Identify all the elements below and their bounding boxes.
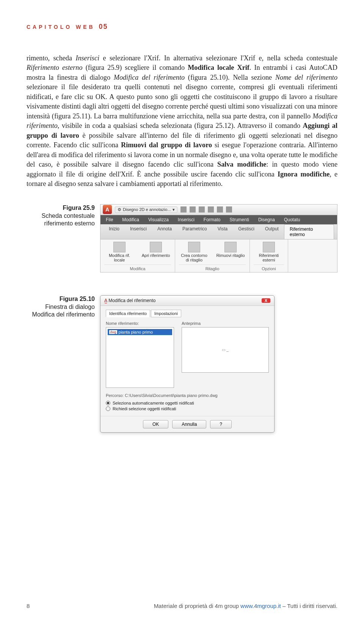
figure-9-caption: Figura 25.9 Scheda contestuale riferimen… xyxy=(27,204,95,228)
ribbon-button[interactable]: Riferimenti esterni xyxy=(254,242,284,262)
panel-title: Ritaglio xyxy=(179,265,246,271)
menu-item[interactable]: Disegna xyxy=(258,217,275,222)
radio-icon-off xyxy=(106,406,110,411)
menu-item[interactable]: Strumenti xyxy=(230,217,249,222)
menu-item[interactable]: Quotatu xyxy=(284,217,300,222)
cancel-button[interactable]: Annulla xyxy=(172,420,206,428)
ribbon-tab[interactable]: Inserisci xyxy=(125,224,152,239)
chapter-number: 05 xyxy=(99,23,108,30)
ribbon-panel: Modifica rif. localeApri riferimentoModi… xyxy=(100,239,175,272)
radio-icon-on xyxy=(106,401,110,405)
workspace-switcher[interactable]: ⚙ Disegno 2D e annotazio... ▾ xyxy=(115,206,177,213)
body-paragraph: rimento, scheda Inserisci e selezionare … xyxy=(27,54,337,189)
ribbon-button[interactable]: Rimuovi ritaglio xyxy=(215,242,246,258)
figure-9-desc: Scheda contestuale riferimento esterno xyxy=(41,213,95,227)
dialog-title-text: Modifica del riferimento xyxy=(108,298,155,303)
label-ref-name: Nome riferimento: xyxy=(106,321,174,326)
figure-9-title: Figura 25.9 xyxy=(63,205,95,211)
chapter-header: CAPITOLO WEB 05 xyxy=(27,23,337,31)
ribbon-tab[interactable]: Inizio xyxy=(104,224,125,239)
tab-settings[interactable]: Impostazioni xyxy=(151,310,181,317)
dialog-titlebar: A̲ Modifica del riferimento X xyxy=(100,296,274,306)
dialog-modify-reference: A̲ Modifica del riferimento X Identifica… xyxy=(100,295,275,433)
ribbon-button[interactable]: Modifica rif. locale xyxy=(104,242,135,262)
figure-10-caption: Figura 25.10 Finestra di dialogo Modific… xyxy=(27,295,95,319)
chevron-down-icon: ▾ xyxy=(173,207,175,212)
radio-auto-label: Seleziona automaticamente oggetti nidifi… xyxy=(113,401,194,405)
menu-item[interactable]: Modifica xyxy=(122,217,139,222)
ribbon-button[interactable]: Apri riferimento xyxy=(141,242,171,258)
dialog-body: Identifica riferimento Impostazioni Nome… xyxy=(100,306,274,416)
workspace-label: Disegno 2D e annotazio... xyxy=(123,207,171,212)
dwg-icon: dwg xyxy=(109,330,117,334)
footer-pre: Materiale di proprietà di 4m group xyxy=(154,603,240,609)
redo-icon[interactable] xyxy=(217,206,223,213)
page-number: 8 xyxy=(27,603,30,609)
ribbon-button-icon xyxy=(263,242,275,252)
menu-bar: FileModificaVisualizzaInserisciFormatoSt… xyxy=(100,215,337,224)
menu-item[interactable]: File xyxy=(106,217,113,222)
preview-thumb: ▭ ⎯ xyxy=(222,348,229,352)
radio-prompt[interactable]: Richiedi selezione oggetti nidificati xyxy=(106,406,269,411)
figure-10-row: Figura 25.10 Finestra di dialogo Modific… xyxy=(27,295,337,433)
ribbon-button-label: Rimuovi ritaglio xyxy=(216,253,245,258)
print-icon[interactable] xyxy=(226,206,232,213)
ribbon-button[interactable]: Crea contorno di ritaglio xyxy=(179,242,209,262)
ribbon-tab[interactable]: Parametrico xyxy=(177,224,212,239)
ribbon-button-icon xyxy=(113,242,126,252)
ribbon-screenshot: A ⚙ Disegno 2D e annotazio... ▾ FileModi… xyxy=(100,204,337,272)
path-row: Percorso: C:\Users\Silvia\Documenti\pian… xyxy=(106,393,269,398)
undo-icon[interactable] xyxy=(208,206,214,213)
footer-link[interactable]: www.4mgroup.it xyxy=(240,603,281,609)
help-button[interactable]: ? xyxy=(210,420,232,428)
radio-auto[interactable]: Seleziona automaticamente oggetti nidifi… xyxy=(106,401,269,405)
ribbon-button-icon xyxy=(188,242,200,252)
path-label: Percorso: xyxy=(106,393,124,398)
new-icon[interactable] xyxy=(180,206,187,213)
ribbon-button-label: Crea contorno di ritaglio xyxy=(179,253,209,262)
footer-text: Materiale di proprietà di 4m group www.4… xyxy=(154,603,337,609)
preview-pane: ▭ ⎯ xyxy=(182,327,269,373)
footer-post: – Tutti i diritti riservati. xyxy=(281,603,337,609)
ribbon-button-icon xyxy=(150,242,162,252)
menu-item[interactable]: Inserisci xyxy=(178,217,195,222)
figure-10-title: Figura 25.10 xyxy=(60,296,95,302)
menu-item[interactable]: Formato xyxy=(204,217,221,222)
path-value: C:\Users\Silvia\Documenti\pianta piano p… xyxy=(125,393,218,398)
ribbon-panel: Riferimenti esterniOpzioni xyxy=(250,239,288,272)
gear-icon: ⚙ xyxy=(118,207,121,212)
radio-group: Seleziona automaticamente oggetti nidifi… xyxy=(106,401,269,411)
menu-item[interactable]: Visualizza xyxy=(148,217,169,222)
figure-9-row: Figura 25.9 Scheda contestuale riferimen… xyxy=(27,204,337,272)
app-menu-button[interactable]: A xyxy=(103,205,112,214)
chapter-label: CAPITOLO WEB xyxy=(27,24,95,30)
ribbon-button-label: Modifica rif. locale xyxy=(104,253,135,262)
panel-title: Modifica xyxy=(104,265,171,271)
ribbon-panel: Crea contorno di ritaglioRimuovi ritagli… xyxy=(175,239,250,272)
reference-listbox[interactable]: dwg pianta piano primo xyxy=(106,327,174,388)
list-item-label: pianta piano primo xyxy=(119,330,153,334)
ribbon-tab[interactable]: Riferimento esterno xyxy=(284,224,334,239)
quick-access-toolbar: A ⚙ Disegno 2D e annotazio... ▾ xyxy=(100,205,337,215)
ribbon-tab[interactable]: Annota xyxy=(152,224,177,239)
radio-prompt-label: Richiedi selezione oggetti nidificati xyxy=(113,406,176,411)
dialog-tabs: Identifica riferimento Impostazioni xyxy=(106,310,269,317)
tab-identify[interactable]: Identifica riferimento xyxy=(106,310,150,317)
ribbon-panels: Modifica rif. localeApri riferimentoModi… xyxy=(100,239,337,272)
ribbon-button-label: Riferimenti esterni xyxy=(254,253,284,262)
open-icon[interactable] xyxy=(190,206,196,213)
ribbon-button-label: Apri riferimento xyxy=(142,253,170,258)
close-button[interactable]: X xyxy=(262,298,270,303)
ribbon-tabs: InizioInserisciAnnotaParametricoVistaGes… xyxy=(100,224,337,239)
ribbon-tab[interactable]: Output xyxy=(260,224,284,239)
ribbon-button-icon xyxy=(224,242,237,252)
panel-title: Opzioni xyxy=(254,265,284,271)
figure-10-desc: Finestra di dialogo Modifica del riferim… xyxy=(32,304,95,318)
ok-button[interactable]: OK xyxy=(143,420,168,428)
ribbon-tab[interactable]: Gestisci xyxy=(233,224,260,239)
ribbon-tab[interactable]: Vista xyxy=(212,224,233,239)
autocad-icon: A̲ xyxy=(104,298,107,303)
label-preview: Anteprima xyxy=(182,321,269,326)
list-item-selected[interactable]: dwg pianta piano primo xyxy=(108,329,172,335)
save-icon[interactable] xyxy=(199,206,205,213)
